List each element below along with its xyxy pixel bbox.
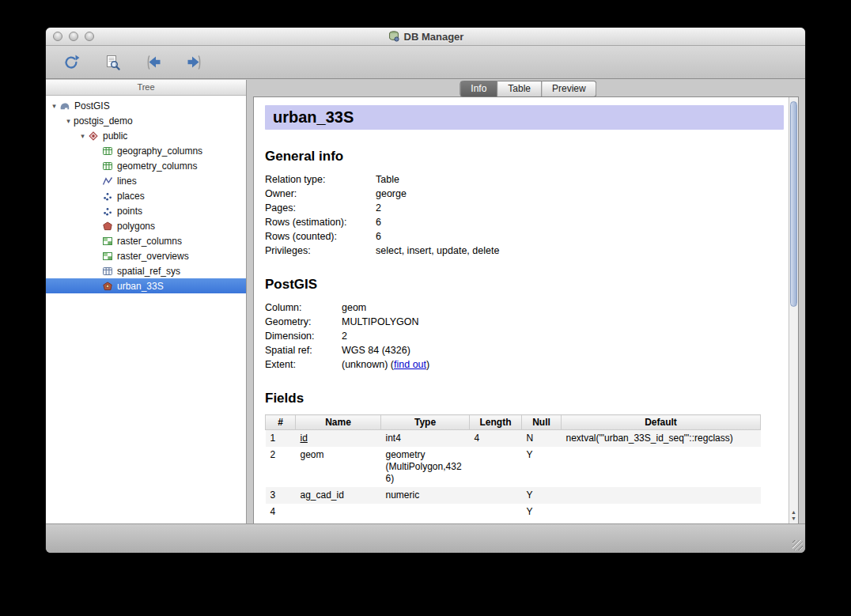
- polygon-icon: [102, 221, 114, 232]
- tree-item-public[interactable]: ▾public: [46, 128, 246, 143]
- tab-preview[interactable]: Preview: [542, 81, 597, 97]
- fields-cell: [470, 487, 522, 504]
- tree-item-label: urban_33S: [117, 281, 168, 292]
- info-value: 2: [376, 201, 784, 215]
- info-value: Table: [376, 172, 784, 187]
- db-manager-window: DB Manager Tree ▾PostGIS▾postgis_demo▾pu…: [46, 28, 805, 553]
- tree-item-lines[interactable]: lines: [46, 173, 246, 188]
- window-title: DB Manager: [404, 31, 464, 43]
- tree-panel: Tree ▾PostGIS▾postgis_demo▾publicgeograp…: [46, 80, 247, 524]
- fields-cell: 4: [266, 504, 296, 520]
- tree-item-postgis_demo[interactable]: ▾postgis_demo: [46, 113, 246, 128]
- table-blue-icon: [102, 266, 114, 277]
- info-row: Owner:george: [265, 187, 784, 201]
- tree-item-points[interactable]: points: [46, 203, 246, 218]
- info-row: Spatial ref:WGS 84 (4326): [265, 343, 784, 357]
- fields-table: #NameTypeLengthNullDefault 1idint44Nnext…: [265, 414, 761, 520]
- tree-item-label: places: [117, 191, 149, 202]
- fields-cell: Y: [522, 487, 562, 504]
- info-label: Extent:: [265, 357, 342, 372]
- info-label: Pages:: [265, 201, 376, 215]
- tree-list: ▾PostGIS▾postgis_demo▾publicgeography_co…: [46, 96, 246, 524]
- tree-item-geography_columns[interactable]: geography_columns: [46, 143, 246, 158]
- tree-item-raster_columns[interactable]: raster_columns: [46, 233, 246, 248]
- find-out-link[interactable]: find out: [394, 359, 426, 370]
- refresh-icon: [62, 54, 80, 71]
- disclosure-triangle[interactable]: ▾: [49, 102, 59, 110]
- info-label: Geometry:: [265, 315, 342, 329]
- tree-item-geometry_columns[interactable]: geometry_columns: [46, 158, 246, 173]
- fields-cell: [562, 504, 761, 520]
- tree-item-label: spatial_ref_sys: [117, 266, 185, 277]
- fields-cell: geometry (MultiPolygon,4326): [381, 447, 470, 487]
- fields-row: 1idint44Nnextval('"urban_33S_id_seq"'::r…: [266, 430, 761, 448]
- postgis-heading: PostGIS: [265, 277, 784, 293]
- fields-col-header: Length: [470, 415, 522, 430]
- tree-item-urban_33S[interactable]: urban_33S: [46, 278, 246, 293]
- general-info-rows: Relation type:TableOwner:georgePages:2Ro…: [265, 172, 784, 258]
- toolbar: [46, 46, 805, 79]
- traffic-lights: [53, 32, 94, 41]
- tree-item-raster_overviews[interactable]: raster_overviews: [46, 248, 246, 263]
- info-value: select, insert, update, delete: [376, 244, 784, 258]
- tree-item-polygons[interactable]: polygons: [46, 218, 246, 233]
- window-title-area: DB Manager: [388, 30, 464, 43]
- tab-table[interactable]: Table: [497, 81, 542, 97]
- disclosure-triangle[interactable]: ▾: [78, 132, 88, 140]
- disclosure-triangle[interactable]: ▾: [63, 117, 74, 125]
- fields-cell: 1: [266, 430, 296, 448]
- object-title: urban_33S: [265, 105, 784, 130]
- fields-col-header: Type: [381, 415, 470, 430]
- scrollbar-arrow-buttons[interactable]: ▲▼: [789, 509, 798, 522]
- postgis-icon: [59, 100, 71, 111]
- tree-item-label: lines: [117, 176, 142, 187]
- export-layer-button[interactable]: [183, 51, 206, 74]
- close-button[interactable]: [53, 32, 62, 41]
- info-value: george: [376, 187, 784, 201]
- import-layer-button[interactable]: [142, 51, 165, 74]
- refresh-button[interactable]: [60, 51, 82, 74]
- fields-cell: 2: [266, 447, 296, 487]
- info-label: Privileges:: [265, 244, 376, 258]
- info-value: 6: [376, 229, 784, 244]
- tree-item-label: raster_columns: [117, 236, 187, 247]
- tree-item-label: points: [117, 206, 147, 217]
- fields-body: 1idint44Nnextval('"urban_33S_id_seq"'::r…: [266, 430, 761, 521]
- info-row: Extent:(unknown) (find out): [265, 357, 784, 372]
- fields-cell: int4: [381, 430, 470, 448]
- info-label: Rows (counted):: [265, 229, 376, 244]
- info-value: geom: [342, 300, 784, 315]
- scrollbar-thumb[interactable]: [790, 101, 797, 307]
- lines-icon: [102, 176, 114, 187]
- tree-item-label: raster_overviews: [117, 251, 194, 262]
- fields-col-header: Null: [522, 415, 562, 430]
- tree-item-label: polygons: [117, 221, 160, 232]
- info-row: Column:geom: [265, 300, 784, 315]
- export-layer-icon: [186, 54, 203, 71]
- sql-window-button[interactable]: [101, 51, 123, 74]
- resize-grip[interactable]: [792, 540, 803, 550]
- zoom-button[interactable]: [85, 32, 94, 41]
- minimize-button[interactable]: [69, 32, 78, 41]
- info-label: Relation type:: [265, 172, 376, 187]
- info-row: Rows (counted):6: [265, 229, 784, 244]
- fields-cell: [470, 447, 522, 487]
- titlebar[interactable]: DB Manager: [46, 28, 805, 46]
- general-info-heading: General info: [265, 149, 784, 164]
- desktop: { "window": { "title": "DB Manager" }, "…: [0, 0, 851, 616]
- vertical-scrollbar[interactable]: ▲▼: [789, 97, 798, 523]
- info-label: Dimension:: [265, 329, 342, 343]
- raster-icon: [102, 236, 114, 247]
- table-green-icon: [102, 145, 114, 157]
- fields-cell: N: [522, 430, 562, 448]
- tree-item-PostGIS[interactable]: ▾PostGIS: [46, 98, 246, 113]
- fields-cell: [470, 504, 522, 520]
- tab-info[interactable]: Info: [460, 81, 497, 97]
- fields-heading: Fields: [265, 391, 784, 406]
- tree-item-places[interactable]: places: [46, 188, 246, 203]
- tree-item-spatial_ref_sys[interactable]: spatial_ref_sys: [46, 263, 246, 278]
- fields-col-header: Name: [296, 415, 381, 430]
- import-layer-icon: [145, 54, 162, 71]
- fields-cell: 4: [470, 430, 522, 448]
- schema-icon: [88, 130, 100, 142]
